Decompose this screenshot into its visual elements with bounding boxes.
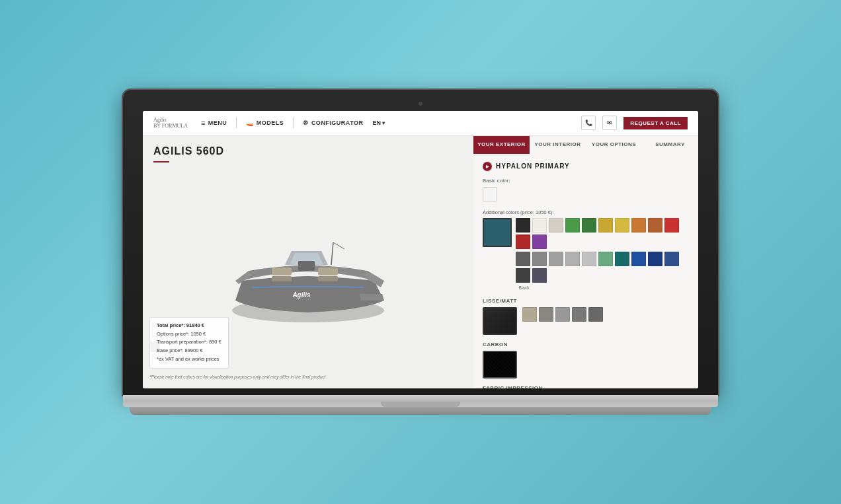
color-swatch-5[interactable] <box>598 218 613 233</box>
tab-options[interactable]: YOUR OPTIONS <box>586 136 642 154</box>
lisse-swatch-2[interactable] <box>539 307 553 322</box>
color-swatch-14[interactable] <box>549 252 563 266</box>
color-swatch-19[interactable] <box>631 252 646 266</box>
main-content: AGILIS 560D <box>143 136 698 388</box>
lisse-swatch-4[interactable] <box>572 307 586 322</box>
color-swatch-7[interactable] <box>631 218 646 233</box>
nav-models-item[interactable]: 🚤 MODELS <box>246 120 284 126</box>
models-icon: 🚤 <box>246 120 254 126</box>
color-swatch-16[interactable] <box>582 252 596 266</box>
color-swatch-9[interactable] <box>664 218 679 233</box>
nav-icons: 📞 ✉ REQUEST A CALL <box>581 116 688 130</box>
nav-lang-selector[interactable]: EN <box>373 120 385 126</box>
color-swatch-11[interactable] <box>532 234 547 249</box>
tabs: YOUR EXTERIOR YOUR INTERIOR YOUR OPTIONS… <box>473 136 698 154</box>
color-swatch-2[interactable] <box>549 218 563 233</box>
color-swatch-17[interactable] <box>598 252 613 266</box>
color-swatch-22[interactable] <box>516 268 530 283</box>
logo[interactable]: Agilis BY FORMULA <box>153 117 188 129</box>
carbon-preview[interactable] <box>483 351 517 378</box>
color-swatch-23[interactable] <box>532 268 547 283</box>
logo-text: Agilis <box>153 117 188 123</box>
lisse-swatch-5[interactable] <box>588 307 603 322</box>
section-title: HYPALON PRIMARY <box>496 162 570 170</box>
mail-button[interactable]: ✉ <box>602 116 617 130</box>
lisse-matt-colors <box>522 307 603 322</box>
tab-exterior[interactable]: YOUR EXTERIOR <box>473 136 530 154</box>
mail-icon: ✉ <box>607 120 612 126</box>
laptop-frame: Agilis BY FORMULA MENU 🚤 MODELS <box>123 90 718 415</box>
color-options: Black <box>516 218 689 290</box>
svg-rect-6 <box>318 276 338 281</box>
svg-rect-2 <box>298 261 315 271</box>
color-grid-row1 <box>516 218 689 249</box>
color-swatch-13[interactable] <box>532 252 547 266</box>
total-price: Total price*: 91840 € <box>157 322 221 330</box>
svg-text:Agilis: Agilis <box>292 291 311 299</box>
section-icon <box>483 162 492 171</box>
additional-colors-row: Black <box>483 218 689 290</box>
color-swatch-15[interactable] <box>565 252 580 266</box>
phone-icon: 📞 <box>585 120 592 126</box>
hamburger-icon <box>201 119 206 127</box>
configurator-label: CONFIGURATOR <box>311 120 364 126</box>
selected-swatch-group <box>483 218 512 247</box>
color-swatch-18[interactable] <box>615 252 629 266</box>
svg-line-7 <box>331 242 333 265</box>
logo-sub: BY FORMULA <box>153 123 188 129</box>
carbon-preview-group <box>483 351 517 378</box>
lisse-swatch-3[interactable] <box>555 307 570 322</box>
left-panel: AGILIS 560D <box>143 136 473 388</box>
color-swatch-21[interactable] <box>664 252 679 266</box>
laptop-screen: Agilis BY FORMULA MENU 🚤 MODELS <box>143 111 698 388</box>
basic-color-label: Basic color: <box>483 178 689 184</box>
carbon-row <box>483 351 689 378</box>
base-price: Base price*: 89900 € <box>157 347 221 355</box>
color-swatch-3[interactable] <box>565 218 580 233</box>
chevron-down-icon <box>382 120 385 126</box>
camera <box>419 102 422 106</box>
nav-configurator-item[interactable]: ⚙ CONFIGURATOR <box>303 120 363 126</box>
screen-bezel: Agilis BY FORMULA MENU 🚤 MODELS <box>123 90 718 395</box>
fabric-section: FABRIC IMPRESSION <box>483 385 689 388</box>
laptop-base <box>123 395 718 407</box>
lisse-matt-preview[interactable] <box>483 307 517 335</box>
additional-colors-label: Additional colors (price: 1050 €): <box>483 209 689 215</box>
svg-rect-4 <box>318 268 338 275</box>
website: Agilis BY FORMULA MENU 🚤 MODELS <box>143 111 698 388</box>
black-label: Black <box>516 285 532 290</box>
vat-note: *ex VAT and ex works prices <box>157 355 221 364</box>
svg-rect-3 <box>272 268 292 275</box>
lisse-matt-label: LISSE/MATT <box>483 298 689 304</box>
lisse-matt-preview-group <box>483 307 517 335</box>
lang-text: EN <box>373 120 381 126</box>
fabric-label: FABRIC IMPRESSION <box>483 385 689 388</box>
nav-menu-item[interactable]: MENU <box>201 119 227 127</box>
request-call-button[interactable]: REQUEST A CALL <box>623 117 688 129</box>
phone-button[interactable]: 📞 <box>581 116 596 130</box>
disclaimer: *Please note that colors are for visuali… <box>149 375 467 379</box>
lisse-swatch-1[interactable] <box>522 307 537 322</box>
lisse-matt-section: LISSE/MATT <box>483 298 689 335</box>
basic-color-swatch[interactable] <box>483 187 497 201</box>
transport-price: Transport preparation*: 890 € <box>157 338 221 347</box>
menu-label: MENU <box>208 120 227 126</box>
additional-colors-section: Additional colors (price: 1050 €): <box>483 209 689 290</box>
nav-divider-1 <box>236 118 237 128</box>
price-box: Total price*: 91840 € Options price*: 10… <box>149 317 229 369</box>
color-swatch-8[interactable] <box>648 218 662 233</box>
color-swatch-12[interactable] <box>516 252 530 266</box>
tab-summary[interactable]: SUMMARY <box>642 136 698 154</box>
boat-image: Agilis <box>216 215 401 334</box>
color-swatch-1[interactable] <box>532 218 547 233</box>
color-swatch-6[interactable] <box>615 218 629 233</box>
section-header: HYPALON PRIMARY <box>483 162 689 171</box>
color-swatch-4[interactable] <box>582 218 596 233</box>
svg-line-8 <box>333 242 344 249</box>
configurator-icon: ⚙ <box>303 120 309 126</box>
color-swatch-10[interactable] <box>516 234 530 249</box>
tab-interior[interactable]: YOUR INTERIOR <box>530 136 586 154</box>
color-swatch-black[interactable] <box>516 218 530 233</box>
selected-color-swatch[interactable] <box>483 218 512 247</box>
color-swatch-20[interactable] <box>648 252 662 266</box>
